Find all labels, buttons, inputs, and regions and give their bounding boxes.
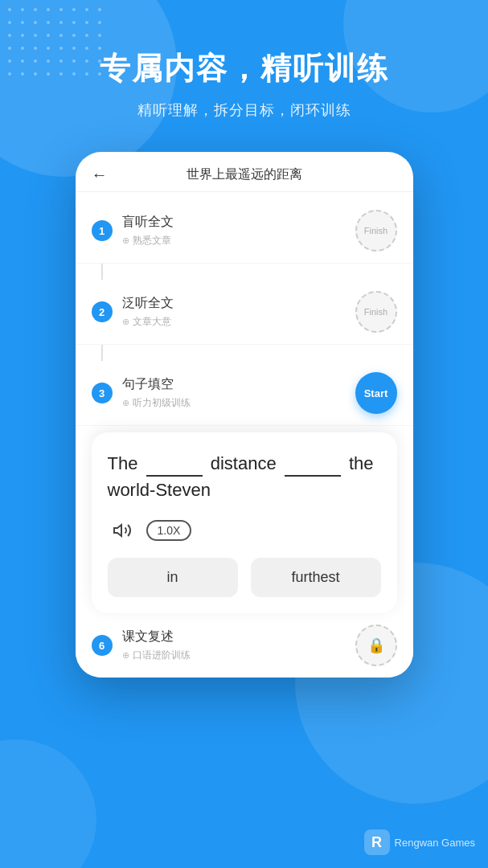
blank-2 bbox=[285, 448, 341, 477]
exercise-name-6: 课文复述 bbox=[122, 628, 355, 645]
answer-option-in[interactable]: in bbox=[108, 558, 238, 597]
bg-circle-bl bbox=[0, 739, 96, 868]
quiz-sentence: The distance the world-Steven bbox=[108, 448, 381, 503]
exercise-info-6: 课文复述 口语进阶训练 bbox=[122, 628, 355, 662]
exercise-num-6: 6 bbox=[92, 635, 113, 656]
finish-button-2[interactable]: Finish bbox=[355, 291, 397, 333]
exercise-desc-3: 听力初级训练 bbox=[122, 396, 355, 410]
exercise-info-3: 句子填空 听力初级训练 bbox=[122, 376, 355, 410]
exercise-item-3: 3 句子填空 听力初级训练 Start bbox=[76, 361, 413, 426]
connector-2 bbox=[101, 345, 103, 361]
exercise-info-2: 泛听全文 文章大意 bbox=[122, 295, 355, 329]
quiz-controls: 1.0X bbox=[108, 516, 381, 545]
exercise-num-1: 1 bbox=[92, 220, 113, 241]
sentence-part2: distance bbox=[211, 453, 277, 473]
exercise-list: 1 盲听全文 熟悉文章 Finish 2 泛听全文 文章大意 Finish 3 … bbox=[76, 192, 413, 432]
screen-title: 世界上最遥远的距离 bbox=[187, 166, 302, 183]
exercise-num-2: 2 bbox=[92, 301, 113, 322]
connector-1 bbox=[101, 264, 103, 280]
back-button[interactable]: ← bbox=[92, 166, 108, 184]
exercise-name-2: 泛听全文 bbox=[122, 295, 355, 312]
speaker-icon[interactable] bbox=[108, 516, 137, 545]
finish-button-1[interactable]: Finish bbox=[355, 210, 397, 252]
phone-mockup: ← 世界上最遥远的距离 1 盲听全文 熟悉文章 Finish 2 泛听全文 文章… bbox=[76, 152, 413, 678]
lock-button-6[interactable]: 🔒 bbox=[355, 624, 397, 666]
exercise-desc-1: 熟悉文章 bbox=[122, 234, 355, 248]
page-title: 专属内容，精听训练 bbox=[24, 48, 464, 89]
exercise-num-3: 3 bbox=[92, 383, 113, 403]
phone-topbar: ← 世界上最遥远的距离 bbox=[76, 152, 413, 192]
page-subtitle: 精听理解，拆分目标，闭环训练 bbox=[24, 100, 464, 120]
watermark-icon: R bbox=[364, 829, 390, 855]
sentence-part3: the bbox=[349, 453, 374, 473]
speed-badge[interactable]: 1.0X bbox=[146, 520, 192, 541]
sentence-part4: world-Steven bbox=[108, 480, 211, 500]
watermark: R Rengwan Games bbox=[364, 829, 475, 855]
answer-options: in furthest bbox=[108, 558, 381, 597]
sentence-part1: The bbox=[108, 453, 138, 473]
header-area: 专属内容，精听训练 精听理解，拆分目标，闭环训练 bbox=[0, 0, 488, 136]
exercise-item-6: 6 课文复述 口语进阶训练 🔒 bbox=[76, 613, 413, 678]
exercise-item-2: 2 泛听全文 文章大意 Finish bbox=[76, 280, 413, 345]
exercise-desc-2: 文章大意 bbox=[122, 315, 355, 329]
blank-1 bbox=[146, 448, 203, 477]
exercise-item-1: 1 盲听全文 熟悉文章 Finish bbox=[76, 199, 413, 264]
watermark-text: Rengwan Games bbox=[395, 837, 475, 849]
start-button-3[interactable]: Start bbox=[355, 372, 397, 414]
exercise-desc-6: 口语进阶训练 bbox=[122, 649, 355, 662]
svg-marker-0 bbox=[114, 525, 121, 536]
quiz-card: The distance the world-Steven 1.0X in fu… bbox=[92, 432, 397, 613]
phone-bottom: 6 课文复述 口语进阶训练 🔒 bbox=[76, 613, 413, 678]
exercise-name-1: 盲听全文 bbox=[122, 214, 355, 231]
exercise-name-3: 句子填空 bbox=[122, 376, 355, 393]
answer-option-furthest[interactable]: furthest bbox=[251, 558, 381, 597]
exercise-info-1: 盲听全文 熟悉文章 bbox=[122, 214, 355, 248]
